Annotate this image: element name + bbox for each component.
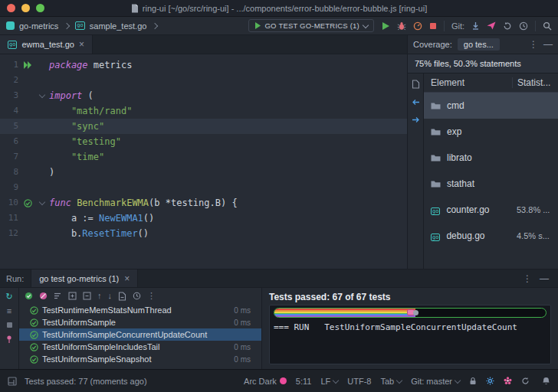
chevron-down-icon [363, 21, 369, 28]
encoding-widget[interactable]: UTF-8 [347, 377, 371, 386]
breadcrumb-module[interactable]: go-metrics [19, 21, 58, 31]
search-icon[interactable] [543, 21, 552, 31]
code-line-9[interactable]: 9 [0, 180, 407, 195]
test-row[interactable]: TestRuntimeMemStatsNumThread0 ms [19, 304, 261, 316]
test-passed-icon [30, 355, 38, 364]
line-number: 9 [0, 180, 18, 195]
code-line-12[interactable]: 12 b.ResetTimer() [0, 226, 407, 241]
test-passed-icon[interactable] [18, 199, 37, 207]
coverage-row[interactable]: godebug.go4.5% s... [424, 223, 558, 249]
theme-widget[interactable]: Arc Dark [244, 377, 287, 386]
sort-alphabetically-icon[interactable] [54, 292, 62, 300]
caret-position-widget[interactable]: 5:11 [296, 377, 312, 386]
toolwindow-switcher-icon[interactable] [8, 377, 17, 386]
column-statistics[interactable]: Statist... [512, 77, 558, 88]
run-configuration-select[interactable]: GO TEST GO-METRICS (1) [248, 19, 374, 32]
test-row[interactable]: TestUniformSampleConcurrentUpdateCount [19, 328, 261, 341]
code-line-2[interactable]: 2 [0, 73, 407, 88]
hide-panel-icon[interactable]: — [543, 40, 553, 49]
status-message[interactable]: Tests passed: 77 (moments ago) [25, 377, 147, 386]
code-line-7[interactable]: 7 "time" [0, 149, 407, 165]
run-all-tests-icon[interactable] [18, 61, 37, 69]
code-line-10[interactable]: 10func BenchmarkEWMA(b *testing.B) { [0, 195, 407, 211]
breadcrumb-file[interactable]: sample_test.go [90, 21, 147, 31]
notifications-bell-icon[interactable] [542, 377, 550, 386]
test-row[interactable]: TestUniformSampleSnapshot0 ms [19, 353, 261, 365]
debug-button[interactable] [397, 21, 406, 31]
code-line-6[interactable]: 6 "testing" [0, 134, 407, 149]
update-project-icon[interactable] [471, 21, 480, 30]
coverage-options-icon[interactable]: ⋮ [529, 40, 538, 49]
next-occurrence-icon[interactable]: ↓ [108, 292, 113, 300]
code-line-5[interactable]: 5 "sync" [0, 119, 407, 134]
push-commits-icon[interactable] [487, 21, 496, 30]
code-line-11[interactable]: 11 a := NewEWMA1() [0, 211, 407, 226]
code-line-3[interactable]: 3import ( [0, 88, 407, 103]
coverage-row[interactable]: librato [424, 145, 558, 171]
previous-occurrence-icon[interactable]: ↑ [97, 292, 102, 300]
titlebar: ring-ui [~/go/src/ring-ui] - .../compone… [0, 0, 558, 17]
pin-tab-icon[interactable] [5, 335, 13, 344]
test-row[interactable]: TestUniformSample0 ms [19, 316, 261, 328]
close-tab-icon[interactable]: × [79, 41, 84, 48]
rerun-tests-icon[interactable]: ↻ [5, 292, 12, 301]
code-area[interactable]: 1package metrics23import (4 "math/rand"5… [0, 54, 407, 269]
coverage-row[interactable]: exp [424, 119, 558, 145]
show-ignored-icon[interactable] [39, 292, 48, 300]
run-tab[interactable]: go test go-metrics (1) × [31, 270, 138, 287]
gutter: 11 [0, 211, 49, 226]
coverage-row[interactable]: cmd [424, 93, 558, 119]
test-row[interactable]: TestUniformSampleIncludesTail0 ms [19, 341, 261, 353]
collapse-all-icon[interactable] [83, 292, 91, 300]
test-runner-options-icon[interactable]: ≡ [7, 307, 11, 315]
console-output[interactable]: === RUN TestUniformSampleConcurrentUpdat… [269, 305, 551, 364]
close-window-button[interactable] [7, 4, 15, 12]
close-tab-icon[interactable]: × [124, 275, 130, 283]
coverage-element-name: debug.go [446, 230, 484, 241]
code-line-4[interactable]: 4 "math/rand" [0, 103, 407, 119]
test-tree[interactable]: TestRuntimeMemStatsNumThread0 msTestUnif… [19, 304, 261, 369]
code-line-8[interactable]: 8) [0, 165, 407, 180]
profiler-button[interactable] [413, 21, 422, 31]
test-duration: 0 ms [234, 318, 261, 327]
test-history-icon[interactable] [133, 292, 141, 300]
stop-process-icon[interactable] [6, 322, 13, 328]
history-icon[interactable] [519, 21, 528, 31]
code-line-1[interactable]: 1package metrics [0, 57, 407, 73]
fold-icon[interactable] [37, 94, 48, 97]
show-passed-icon[interactable] [25, 292, 33, 300]
fold-icon[interactable] [37, 201, 48, 204]
column-element[interactable]: Element [424, 77, 512, 88]
zoom-window-button[interactable] [36, 4, 44, 12]
run-button[interactable] [381, 21, 390, 31]
folder-icon [431, 128, 441, 136]
expand-all-icon[interactable] [68, 292, 77, 300]
minimize-window-button[interactable] [21, 4, 30, 12]
coverage-row[interactable]: gocounter.go53.8% ... [424, 197, 558, 223]
window-title: ring-ui [~/go/src/ring-ui] - .../compone… [143, 4, 427, 13]
git-branch-widget[interactable]: Git: master [411, 377, 460, 386]
editor-tab-ewma-test[interactable]: go ewma_test.go × [0, 35, 93, 54]
generate-report-icon[interactable] [412, 80, 420, 89]
more-options-icon[interactable]: ⋮ [147, 292, 156, 300]
theme-flower-icon[interactable] [504, 377, 512, 385]
line-separator-widget[interactable]: LF [320, 377, 338, 386]
stop-button[interactable] [429, 22, 437, 30]
export-test-results-icon[interactable] [118, 292, 126, 301]
run-options-icon[interactable]: ⋮ [523, 274, 532, 283]
rollback-icon[interactable] [503, 21, 512, 31]
test-name: TestUniformSample [42, 318, 116, 327]
refresh-icon[interactable] [521, 377, 530, 385]
theme-name: Arc Dark [244, 377, 277, 386]
import-coverage-icon[interactable] [412, 98, 420, 106]
indent-widget[interactable]: Tab [380, 377, 402, 386]
coverage-tab[interactable]: go tes... [458, 38, 500, 51]
gear-icon[interactable] [486, 377, 494, 385]
coverage-row[interactable]: stathat [424, 171, 558, 197]
scroll-from-source-icon[interactable] [412, 116, 420, 124]
line-number: 7 [0, 149, 18, 165]
hide-panel-icon[interactable]: — [540, 274, 549, 283]
go-file-icon: go [431, 204, 440, 215]
gutter: 3 [0, 88, 49, 103]
lock-icon[interactable] [469, 377, 477, 385]
